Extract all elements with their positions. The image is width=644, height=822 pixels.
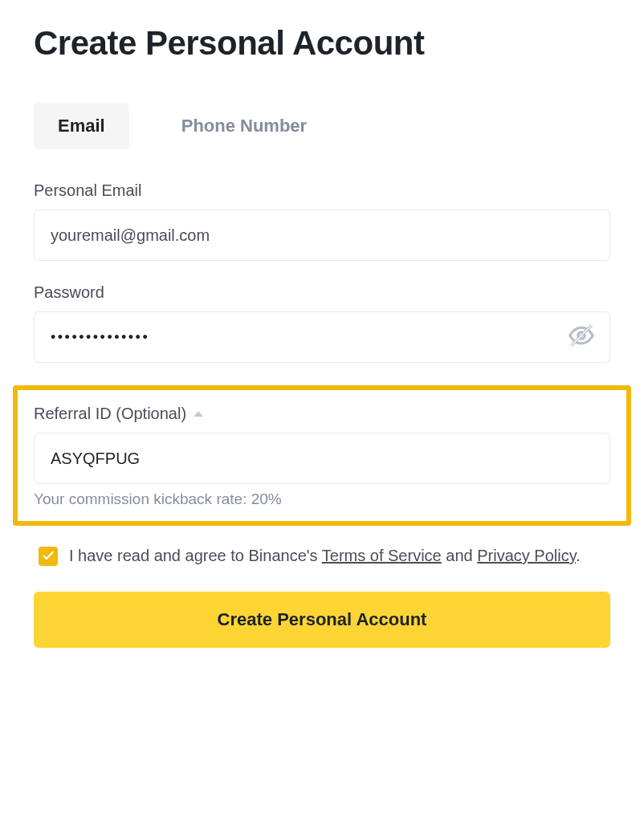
auth-tabs: Email Phone Number [34,103,610,149]
terms-text-3: . [576,547,581,564]
terms-text: I have read and agree to Binance's Terms… [69,543,581,568]
chevron-up-icon [193,409,204,418]
terms-checkbox[interactable] [39,547,58,566]
email-group: Personal Email [34,181,610,261]
tab-phone[interactable]: Phone Number [157,103,331,149]
terms-text-2: and [442,547,477,564]
terms-text-1: I have read and agree to Binance's [69,547,322,564]
referral-label: Referral ID (Optional) [34,405,186,423]
create-account-button[interactable]: Create Personal Account [34,592,610,648]
page-title: Create Personal Account [34,24,610,63]
toggle-password-visibility[interactable] [567,323,596,352]
kickback-rate-text: Your commission kickback rate: 20% [34,490,610,508]
eye-off-icon [568,322,595,352]
check-icon [42,544,55,568]
privacy-policy-link[interactable]: Privacy Policy [477,547,576,564]
referral-input[interactable] [34,433,610,484]
email-input[interactable] [34,210,610,261]
terms-of-service-link[interactable]: Terms of Service [322,547,442,564]
referral-highlight: Referral ID (Optional) Your commission k… [13,385,631,526]
password-label: Password [34,283,610,302]
terms-agree-row: I have read and agree to Binance's Terms… [39,543,610,568]
password-input[interactable] [34,311,610,363]
referral-group: Referral ID (Optional) [34,405,610,484]
password-group: Password [34,283,610,363]
email-label: Personal Email [34,181,610,200]
referral-label-row[interactable]: Referral ID (Optional) [34,405,610,423]
tab-email[interactable]: Email [34,103,129,149]
